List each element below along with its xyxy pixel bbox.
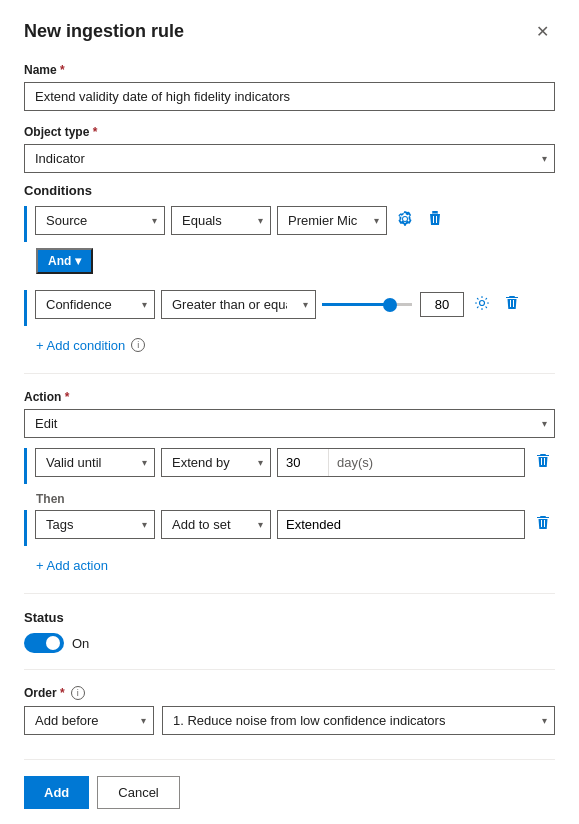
status-section: Status On xyxy=(24,610,555,653)
condition1-col3-container: Premier Micro... ▾ xyxy=(277,206,387,235)
toggle-slider xyxy=(24,633,64,653)
condition1-col2-select[interactable]: Equals xyxy=(171,206,271,235)
divider-1 xyxy=(24,373,555,374)
action-row-2-line xyxy=(24,510,27,546)
condition1-delete-icon xyxy=(427,211,443,230)
footer: Add Cancel xyxy=(24,759,555,809)
condition-row-2-content: Confidence ▾ Greater than or equal ▾ xyxy=(35,290,555,319)
order-row: Add before ▾ 1. Reduce noise from low co… xyxy=(24,706,555,735)
action-row-2: Tags ▾ Add to set ▾ xyxy=(24,510,555,546)
action-row-1: Valid until ▾ Extend by ▾ day(s) xyxy=(24,448,555,484)
order-label-row: Order i xyxy=(24,686,555,700)
action-row-1-line xyxy=(24,448,27,484)
and-label: And xyxy=(48,254,71,268)
status-toggle[interactable] xyxy=(24,633,64,653)
action2-col2-select[interactable]: Add to set xyxy=(161,510,271,539)
confidence-slider[interactable] xyxy=(322,303,412,306)
condition2-col2-select[interactable]: Greater than or equal xyxy=(161,290,316,319)
action-select-container: Edit ▾ xyxy=(24,409,555,438)
object-type-label: Object type xyxy=(24,125,555,139)
close-button[interactable]: ✕ xyxy=(530,20,555,43)
condition1-col3-select[interactable]: Premier Micro... xyxy=(277,206,387,235)
dialog-header: New ingestion rule ✕ xyxy=(24,20,555,43)
divider-2 xyxy=(24,593,555,594)
action-row-2-content: Tags ▾ Add to set ▾ xyxy=(35,510,555,539)
add-condition-button[interactable]: + Add condition xyxy=(36,334,125,357)
conditions-label: Conditions xyxy=(24,183,555,198)
order-col2-select[interactable]: 1. Reduce noise from low confidence indi… xyxy=(162,706,555,735)
action-section: Action Edit ▾ Valid until ▾ xyxy=(24,390,555,577)
action-select[interactable]: Edit xyxy=(24,409,555,438)
add-button[interactable]: Add xyxy=(24,776,89,809)
status-on-label: On xyxy=(72,636,89,651)
name-label: Name xyxy=(24,63,555,77)
order-col1-select[interactable]: Add before xyxy=(24,706,154,735)
action1-col2-select[interactable]: Extend by xyxy=(161,448,271,477)
condition-row-1-content: Source ▾ Equals ▾ Premier Micro... ▾ xyxy=(35,206,555,235)
action1-days-suffix: day(s) xyxy=(328,449,381,476)
action1-col1-container: Valid until ▾ xyxy=(35,448,155,477)
condition1-delete-button[interactable] xyxy=(423,207,447,234)
add-condition-container: + Add condition i xyxy=(36,332,555,357)
name-input[interactable] xyxy=(24,82,555,111)
object-type-select-container: Indicator ▾ xyxy=(24,144,555,173)
condition2-settings-button[interactable] xyxy=(470,291,494,318)
object-type-group: Object type Indicator ▾ xyxy=(24,125,555,173)
action2-col2-container: Add to set ▾ xyxy=(161,510,271,539)
order-info-icon[interactable]: i xyxy=(71,686,85,700)
action2-col1-container: Tags ▾ xyxy=(35,510,155,539)
condition1-settings-button[interactable] xyxy=(393,207,417,234)
action2-delete-button[interactable] xyxy=(531,511,555,538)
condition-row-1: Source ▾ Equals ▾ Premier Micro... ▾ xyxy=(24,206,555,242)
and-badge-container: And ▾ xyxy=(36,248,555,282)
order-label: Order xyxy=(24,686,65,700)
action1-days-input[interactable] xyxy=(278,449,328,476)
condition-row-2: Confidence ▾ Greater than or equal ▾ xyxy=(24,290,555,326)
add-condition-info-icon[interactable]: i xyxy=(131,338,145,352)
add-condition-label: + Add condition xyxy=(36,338,125,353)
order-section: Order i Add before ▾ 1. Reduce noise fro… xyxy=(24,686,555,735)
condition1-col1-container: Source ▾ xyxy=(35,206,165,235)
condition1-settings-icon xyxy=(397,211,413,230)
action1-delete-icon xyxy=(535,453,551,472)
action1-days-container: day(s) xyxy=(277,448,525,477)
condition1-col1-select[interactable]: Source xyxy=(35,206,165,235)
condition2-delete-icon xyxy=(504,295,520,314)
svg-point-0 xyxy=(480,301,485,306)
add-action-button[interactable]: + Add action xyxy=(36,554,108,577)
and-chevron-icon: ▾ xyxy=(75,254,81,268)
condition2-col1-container: Confidence ▾ xyxy=(35,290,155,319)
action-label: Action xyxy=(24,390,555,404)
new-ingestion-rule-dialog: New ingestion rule ✕ Name Object type In… xyxy=(0,0,579,824)
add-action-container: + Add action xyxy=(36,552,555,577)
confidence-slider-container xyxy=(322,292,464,317)
action1-delete-button[interactable] xyxy=(531,449,555,476)
condition-row-1-line xyxy=(24,206,27,242)
condition2-settings-icon xyxy=(474,295,490,314)
action2-col1-select[interactable]: Tags xyxy=(35,510,155,539)
condition1-col2-container: Equals ▾ xyxy=(171,206,271,235)
order-col2-container: 1. Reduce noise from low confidence indi… xyxy=(162,706,555,735)
then-label: Then xyxy=(36,492,555,506)
cancel-button[interactable]: Cancel xyxy=(97,776,179,809)
condition-row-2-line xyxy=(24,290,27,326)
toggle-container: On xyxy=(24,633,555,653)
dialog-title: New ingestion rule xyxy=(24,21,184,42)
divider-3 xyxy=(24,669,555,670)
action1-col2-container: Extend by ▾ xyxy=(161,448,271,477)
conditions-section: Conditions Source ▾ Equals ▾ xyxy=(24,183,555,357)
object-type-select[interactable]: Indicator xyxy=(24,144,555,173)
and-badge-button[interactable]: And ▾ xyxy=(36,248,93,274)
action1-col1-select[interactable]: Valid until xyxy=(35,448,155,477)
name-field-group: Name xyxy=(24,63,555,111)
condition2-col1-select[interactable]: Confidence xyxy=(35,290,155,319)
action-row-1-content: Valid until ▾ Extend by ▾ day(s) xyxy=(35,448,555,477)
confidence-value-input[interactable] xyxy=(420,292,464,317)
add-action-label: + Add action xyxy=(36,558,108,573)
order-col1-container: Add before ▾ xyxy=(24,706,154,735)
status-label: Status xyxy=(24,610,555,625)
condition2-col2-container: Greater than or equal ▾ xyxy=(161,290,316,319)
action2-col3-input[interactable] xyxy=(277,510,525,539)
condition2-delete-button[interactable] xyxy=(500,291,524,318)
action2-delete-icon xyxy=(535,515,551,534)
